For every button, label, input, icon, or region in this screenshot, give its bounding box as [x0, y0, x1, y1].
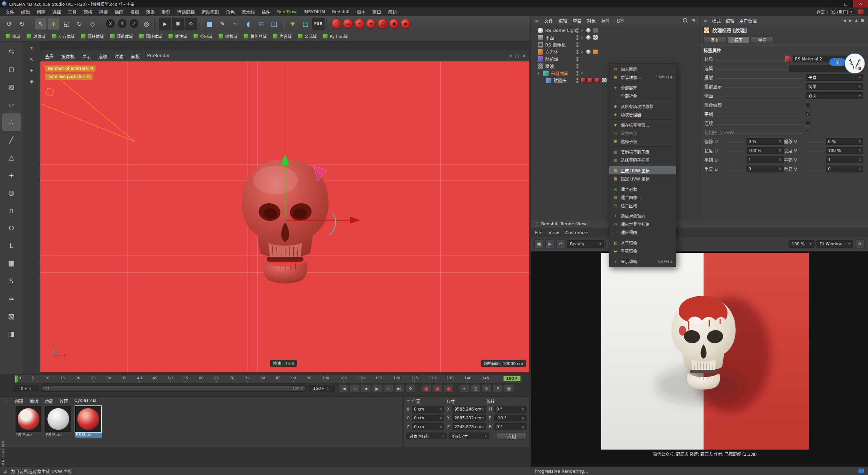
texture-tag-icon[interactable]	[580, 78, 586, 83]
menu-item[interactable]: 帮助	[384, 8, 400, 15]
attribute-menu-item[interactable]: 模式	[712, 17, 721, 24]
record-selected-button[interactable]: ●	[443, 385, 454, 392]
edges-mode-button[interactable]: ╱	[2, 131, 21, 149]
viewport-menu-item[interactable]: 查看	[45, 53, 54, 59]
menu-item[interactable]: 文件	[2, 8, 18, 15]
menu-item[interactable]: 窗口	[369, 8, 384, 15]
material-menu-item[interactable]: 纹理	[59, 398, 68, 404]
render-region-button[interactable]: ▣	[172, 18, 184, 30]
menu-mirror-vertical[interactable]: ◒ 垂直镜像	[609, 247, 676, 255]
seamless-checkbox[interactable]	[806, 121, 810, 126]
goto-start-button[interactable]: |◀	[338, 385, 349, 392]
tile-checkbox[interactable]	[806, 112, 810, 116]
field-random-button[interactable]: 随机域	[216, 32, 240, 40]
enabled-check-icon[interactable]: ✓	[580, 35, 584, 40]
mograph-menu[interactable]: ⊞	[255, 18, 267, 30]
menu-separator[interactable]	[609, 118, 676, 121]
texture-mode-button[interactable]: ▨	[2, 78, 21, 96]
viewport-close-icon[interactable]: ✕	[522, 54, 526, 58]
rs-portal-light-button[interactable]: ◫	[377, 19, 388, 29]
redo-button[interactable]: ↻	[16, 18, 28, 30]
menu-adapt-world-axis[interactable]: ◎ 适应世界坐标轴	[609, 220, 676, 228]
material-menu-item[interactable]: 创建	[15, 398, 23, 404]
object-manager-menu-item[interactable]: 书签	[615, 17, 624, 24]
size-z-field[interactable]: 2245.878 cm⇅	[452, 423, 486, 430]
grid-button[interactable]: ▦	[2, 254, 21, 272]
object-row[interactable]: RS Dome Light ✓	[531, 27, 699, 34]
viewport-menu-item[interactable]: ProRender	[147, 53, 170, 59]
menu-item[interactable]: 运动图形	[198, 8, 222, 15]
repeat-v-field[interactable]: 0⇅	[826, 166, 863, 172]
length-u-field[interactable]: 100 %⇅	[747, 147, 784, 154]
menu-item[interactable]: 角色	[222, 8, 238, 15]
view-camera-icon[interactable]: ◉	[28, 77, 35, 85]
material-item[interactable]: RS Mate	[45, 406, 72, 438]
field-group-button[interactable]: 组域	[3, 32, 23, 40]
workplane-button[interactable]: L	[2, 237, 21, 254]
render-view-button[interactable]: ▶	[159, 18, 171, 30]
toolbar-separator[interactable]	[326, 18, 329, 29]
timeline-playhead[interactable]	[15, 376, 18, 382]
object-row[interactable]: RS 摄像机	[531, 41, 699, 48]
enabled-check-icon[interactable]: ✓	[580, 71, 584, 76]
timeline-end-marker[interactable]: 150 F	[504, 376, 520, 381]
material-thumbnail[interactable]	[785, 56, 791, 62]
viewport-menu-item[interactable]: 过滤	[115, 53, 123, 59]
field-box-button[interactable]: 立方体域	[49, 32, 77, 40]
attribute-menu-item[interactable]: 编辑	[726, 17, 734, 24]
workplane-mode-button[interactable]: ▱	[2, 96, 21, 113]
material-menu-item[interactable]: 功能	[44, 398, 53, 404]
bump-uvw-checkbox[interactable]	[806, 130, 810, 135]
menu-separator[interactable]	[609, 255, 676, 257]
prev-key-button[interactable]: ◁	[350, 385, 360, 392]
renderview-menu-item[interactable]: Customize	[565, 230, 588, 235]
position-y-field[interactable]: 0 cm⇅	[412, 415, 444, 421]
visibility-dots[interactable]	[576, 78, 578, 83]
phong-tag-icon[interactable]	[586, 49, 591, 54]
visibility-dots[interactable]	[576, 50, 578, 54]
repeat-u-field[interactable]: 0⇅	[747, 166, 784, 172]
menu-item[interactable]: 模拟	[127, 8, 142, 15]
size-y-field[interactable]: 2885.292 cm⇅	[452, 415, 486, 421]
field-formula-button[interactable]: 公式域	[295, 32, 319, 40]
offset-u-field[interactable]: 0 %⇅	[747, 138, 784, 145]
toolbar-separator[interactable]	[100, 18, 103, 29]
menu-separator[interactable]	[609, 81, 676, 83]
environment-menu[interactable]: ▤	[299, 18, 312, 30]
menu-layer-manager[interactable]: ▦ 层管理器... Shift+F4	[609, 73, 676, 81]
renderview-menu-item[interactable]: View	[549, 230, 559, 235]
rotation-p-field[interactable]: -10 °⇅	[494, 415, 527, 421]
prev-frame-button[interactable]: ◀	[361, 385, 371, 392]
lock-icon[interactable]: ⊞	[861, 18, 864, 23]
scale-tool[interactable]: ◱	[60, 18, 73, 30]
field-shader-button[interactable]: 着色器域	[241, 32, 269, 40]
last-used-tool[interactable]: ◇	[86, 18, 98, 30]
rs-camera-button[interactable]: ◉	[389, 19, 399, 29]
attribute-subtab[interactable]: 坐标	[751, 36, 773, 43]
menu-assign-uvw[interactable]: ▩ 指定 UVW 坐标	[609, 174, 676, 183]
maximize-button[interactable]: □	[838, 0, 853, 7]
menu-item[interactable]: 工具	[64, 8, 80, 15]
field-linear-button[interactable]: 线性域	[165, 32, 190, 40]
menu-item[interactable]: 雕刻	[158, 8, 174, 15]
snap-button[interactable]: ∩	[2, 202, 21, 219]
menu-item[interactable]: 渲染	[142, 8, 158, 15]
x-axis-lock[interactable]: X	[105, 19, 115, 28]
renderview-menu-item[interactable]: File	[535, 230, 542, 235]
menu-separator[interactable]	[609, 100, 676, 102]
sculpt-button[interactable]: S	[2, 272, 21, 290]
field-sphere-button[interactable]: 球体域	[24, 32, 48, 40]
viewport-grid-icon[interactable]: ⊞	[509, 54, 512, 58]
convert-editable-button[interactable]: ⇆	[2, 43, 21, 60]
toolbar-separator[interactable]	[282, 18, 285, 29]
projection-display-select[interactable]: 简单▾	[806, 83, 863, 90]
rs-dome-light-button[interactable]: ◠	[331, 19, 341, 29]
menu-expand-all[interactable]: + 全部展开	[609, 83, 676, 92]
material-preview[interactable]	[75, 406, 101, 432]
menu-separator[interactable]	[609, 183, 676, 185]
visibility-dots[interactable]	[576, 57, 578, 61]
rotate-tool[interactable]: ↻	[73, 18, 85, 30]
play-button[interactable]: ▶	[372, 385, 382, 392]
object-row[interactable]: 立方体 ✓	[531, 48, 699, 55]
loop-button[interactable]: ⟳	[406, 385, 416, 392]
